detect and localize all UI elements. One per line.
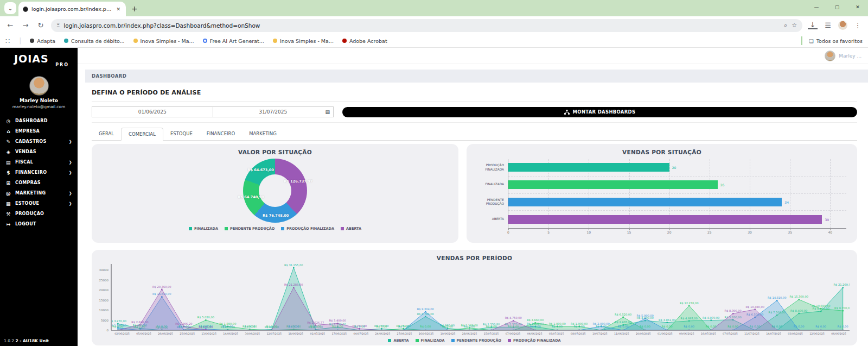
new-tab-button[interactable]: + [131,4,138,13]
date-to-input[interactable]: 31/07/2025 ▤ [213,106,334,117]
kebab-menu-icon[interactable]: ⋮ [853,21,863,29]
zoom-icon[interactable]: ⌕ [784,22,787,29]
montar-dashboards-button[interactable]: MONTAR DASHBOARDS [342,107,857,117]
zero-value-label: R$ 0,00 [771,325,782,328]
sidebar-item-dashboard[interactable]: ◷DASHBOARD [0,116,78,126]
bar-category-label: ABERTA [466,218,504,222]
tab-marketing[interactable]: MARKETING [242,128,284,140]
x-tick-label: 25 [707,230,712,234]
tab-financeiro[interactable]: FINANCEIRO [200,128,242,140]
bookmark-item[interactable]: Consulta de débito... [64,38,125,44]
topbar-avatar[interactable] [825,51,835,61]
legend-label: FINALIZADA [421,338,445,343]
point-value-label: R$ 20.360,00 [152,285,171,288]
site-settings-icon[interactable]: Ξ [56,22,59,28]
period-legend: ABERTAFINALIZADAPENDENTE PRODUÇÃOPRODUÇÃ… [92,338,857,343]
tab-close-icon[interactable]: ✕ [115,5,122,13]
area-chart-canvas: R$ 3.270,00R$ 950,00R$ 270,00R$ 400,00R$… [111,264,850,330]
donut-value-label: R$ 126.737,97 [284,179,312,184]
sidebar-item-label: FINANCEIRO [15,170,47,175]
bookmark-favicon [273,39,277,43]
bookmark-favicon [133,39,138,43]
sidebar-item-financeiro[interactable]: $FINANCEIRO❯ [0,167,78,178]
downloads-icon[interactable]: ↓ [808,21,818,29]
zero-value-label: R$ 0,00 [750,325,761,328]
bar-category-label: PRODUÇÃO FINALIZADA [466,163,504,171]
tab-comercial[interactable]: COMERCIAL [121,128,163,141]
zero-value-label: R$ 0,00 [706,325,717,328]
data-point [293,267,294,268]
zero-value-label: R$ 0,00 [640,325,650,328]
url-text[interactable]: login.joiaspro.com.br/index.php?class=Da… [63,22,780,29]
window-minimize-button[interactable]: — [806,0,827,14]
sidebar-item-logout[interactable]: ↦LOGOUT [0,219,78,229]
bookmark-item[interactable]: Adapta [30,38,55,44]
donut-legend: FINALIZADAPENDENTE PRODUÇÃOPRODUÇÃO FINA… [92,227,458,231]
legend-item: FINALIZADA [416,338,445,343]
data-point [337,323,338,324]
bookmark-item[interactable]: Adobe Acrobat [342,38,387,44]
wrench-icon: ⚒ [5,211,11,217]
tab-search-chevron-icon[interactable]: ⌄ [4,2,16,14]
x-tick-label: 40 [828,230,833,234]
sidebar-item-cadastros[interactable]: ✎CADASTROS❯ [0,136,78,147]
forward-icon[interactable]: → [21,21,30,29]
back-icon[interactable]: ← [5,21,15,29]
donut-chart: R$ 64.673,00R$ 64.740,90R$ 76.748,00R$ 1… [243,159,307,223]
tab-geral[interactable]: GERAL [92,128,121,140]
sidebar-item-label: COMPRAS [15,180,41,185]
bookmark-item[interactable]: Inova Simples - Ma... [273,38,334,44]
point-value-label: R$ 3.861,00 [659,318,675,322]
point-value-label: R$ 2.526,77 [307,321,324,324]
zero-value-label: R$ 0,00 [552,325,563,328]
bookmark-item[interactable]: Free AI Art Generat... [203,38,264,44]
window-close-button[interactable]: ✕ [847,0,868,14]
sidebar-item-produo[interactable]: ⚒PRODUÇÃO [0,209,78,219]
address-bar[interactable]: Ξ login.joiaspro.com.br/index.php?class=… [51,19,802,32]
point-value-label: R$ 21.269,50 [833,283,850,286]
sidebar-item-vendas[interactable]: ◈VENDAS [0,147,78,157]
legend-item: PENDENTE PRODUÇÃO [451,338,501,343]
bookmark-item[interactable]: Inova Simples - Ma... [133,38,194,44]
bookmark-star-icon[interactable]: ☆ [792,22,797,29]
browser-profile-avatar[interactable] [838,21,847,30]
tab-estoque[interactable]: ESTOQUE [163,128,200,140]
sidebar-item-empresa[interactable]: ⌂EMPRESA [0,126,78,136]
calendar-icon[interactable]: ▤ [325,109,330,115]
zero-value-label: R$ 0,00 [244,325,255,328]
boxes-icon: ▦ [5,201,11,206]
bookmark-label: Inova Simples - Ma... [280,38,334,44]
sidebar-item-compras[interactable]: ⊞COMPRAS [0,178,78,188]
user-avatar[interactable] [29,76,49,96]
data-point [732,313,733,314]
sidebar-item-fiscal[interactable]: ▤FISCAL❯ [0,157,78,167]
receipt-icon: ▤ [5,160,11,165]
topbar-user-label[interactable]: Marley ... [839,53,861,59]
x-date-label: 13/06/2025 [198,332,220,335]
side-panel-icon[interactable]: ☰ [823,21,833,29]
x-date-label: 09/06/2025 [676,332,698,335]
sidebar-item-estoque[interactable]: ▦ESTOQUE❯ [0,198,78,209]
y-tick-label: 15000 [99,299,109,302]
bar-value-label: 39 [825,218,829,222]
window-restore-button[interactable]: ▢ [827,0,847,14]
apps-grid-icon[interactable]: ∷ [5,37,10,45]
bookmarks-divider: | [19,37,21,45]
date-from-input[interactable]: 01/06/2025 [92,106,213,117]
data-point [666,322,667,323]
sidebar-item-marketing[interactable]: @MARKETING❯ [0,188,78,198]
zero-value-label: R$ 0,00 [398,325,409,328]
browser-tab-strip: ⌄ login.joiaspro.com.br/index.php ✕ + — … [0,0,868,16]
all-bookmarks[interactable]: ❏ Todos os favoritos [801,36,863,45]
legend-label: ABERTA [393,338,409,343]
data-point [622,317,623,318]
date-from-value: 01/06/2025 [138,109,167,115]
point-value-label: R$ 12.278,00 [680,301,698,305]
cart-icon: ⊞ [5,180,11,186]
point-value-label: R$ 3.270,00 [111,319,126,323]
reload-icon[interactable]: ↻ [36,21,46,29]
user-name: Marley Noleto [0,98,78,103]
data-point [842,310,843,311]
browser-tab[interactable]: login.joiaspro.com.br/index.php ✕ [18,2,126,16]
chevron-right-icon: ❯ [69,160,72,165]
